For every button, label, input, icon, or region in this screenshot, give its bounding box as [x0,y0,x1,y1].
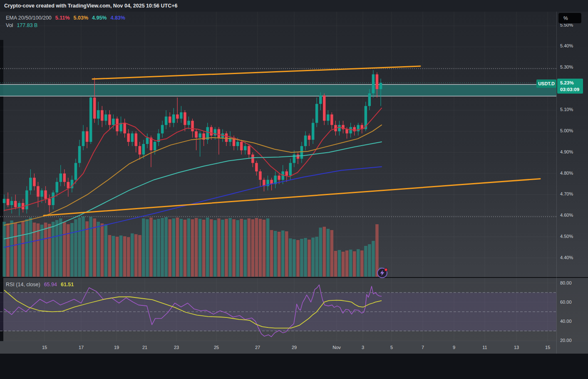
rsi-tick: 80.00 [560,280,572,285]
time-tick: 23 [174,345,179,350]
price-tick: 4.60% [560,213,573,218]
volume-value: 177.83 B [17,22,37,28]
chart-watermark-title: Crypto-cove created with TradingView.com… [4,3,177,9]
price-tick: 4.40% [560,255,573,260]
time-tick: 9 [453,345,455,350]
last-price-value: 5.23% [560,79,583,86]
title-bar: Crypto-cove created with TradingView.com… [0,0,588,12]
ema-legend-label: EMA 20/50/100/200 [6,15,52,21]
time-tick: 21 [142,345,147,350]
tradingview-chart-window: Crypto-cove created with TradingView.com… [0,0,588,379]
last-price-label[interactable]: 5.23% 03:03:09 [557,79,583,94]
pane-separator[interactable] [0,277,588,278]
time-tick: 13 [514,345,519,350]
price-tick: 4.90% [560,149,573,154]
rsi-legend[interactable]: RSI (14, close) 65.94 61.51 [6,282,74,287]
price-axis-border [556,12,557,354]
time-tick: 15 [42,345,47,350]
symbol-price-tag[interactable]: USDT.D [536,79,556,88]
symbol-name: USDT.D [538,81,555,86]
quick-trade-lightning-icon[interactable] [376,267,389,279]
rsi-tick: 20.00 [560,338,572,343]
time-tick: 17 [79,345,84,350]
price-tick: 5.40% [560,43,573,48]
price-tick: 4.50% [560,234,573,239]
time-tick: 25 [214,345,219,350]
rsi-value: 65.94 [44,282,57,287]
ema200-value: 4.83% [110,15,125,21]
time-tick: 11 [482,345,487,350]
rsi-tick: 60.00 [560,300,572,305]
time-tick: 27 [255,345,260,350]
time-tick: 19 [114,345,119,350]
price-tick: 5.30% [560,64,573,69]
rsi-legend-label: RSI (14, close) [6,282,40,287]
ema-legend[interactable]: EMA 20/50/100/200 5.11% 5.03% 4.95% 4.83… [6,15,125,21]
percent-scale-label: % [563,15,568,21]
price-tick: 4.70% [560,191,573,196]
time-axis-border [0,341,588,342]
chart-svg [0,0,588,379]
ema50-value: 5.03% [74,15,88,21]
rsi-ma-value: 61.51 [61,282,74,287]
time-tick: 7 [422,345,424,350]
bar-countdown: 03:03:09 [560,86,583,93]
time-tick: 15 [545,345,550,350]
ema100-value: 4.95% [92,15,107,21]
time-tick: 29 [292,345,297,350]
price-tick: 4.80% [560,171,573,176]
ema20-value: 5.11% [55,15,70,21]
time-tick: 5 [390,345,393,350]
price-tick: 5.00% [560,128,573,133]
percent-scale-button[interactable]: % [558,12,582,24]
time-tick: 3 [362,345,364,350]
price-tick: 5.10% [560,107,573,112]
footer-bar: TradingView [0,354,588,379]
time-tick: Nov [332,345,341,350]
volume-legend[interactable]: Vol 177.83 B [6,22,37,28]
rsi-tick: 40.00 [560,319,572,324]
volume-legend-label: Vol [6,22,13,28]
